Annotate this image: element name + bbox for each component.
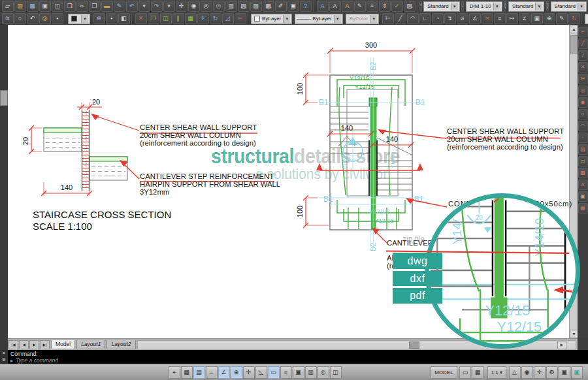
quick-dim-icon[interactable]: ≍ (482, 13, 493, 24)
angular-dim-icon[interactable]: ∠ (469, 13, 481, 24)
model-space-button[interactable]: MODEL (431, 366, 457, 379)
chevron-down-icon[interactable]: ▾ (334, 15, 341, 23)
dyn-input-icon[interactable]: ▭ (268, 366, 280, 379)
break-tool-icon[interactable]: ✂ (578, 74, 588, 84)
ducs-icon[interactable]: ◺ (255, 366, 267, 379)
linear-dim-icon[interactable]: ⊢ (382, 13, 394, 24)
layer-states-icon[interactable]: ○ (14, 13, 26, 24)
prev-tab-icon[interactable]: ◀ (19, 340, 29, 349)
zoom-previous-icon[interactable]: ◎ (213, 1, 225, 12)
erase-tool-icon[interactable]: ✕ (578, 62, 588, 72)
layer-properties-icon[interactable]: ≋ (2, 13, 14, 24)
scale-icon[interactable]: ◿ (222, 13, 234, 24)
zoom-realtime-icon[interactable]: ◉ (188, 1, 200, 12)
dim-style-combo[interactable]: DIM 1-10 ▾ (466, 1, 502, 12)
markup-icon[interactable]: ✐ (275, 1, 287, 12)
horizontal-scroll-thumb[interactable] (409, 341, 419, 349)
table-style-picker-icon[interactable]: ❏ (504, 1, 506, 12)
polyline-tool-icon[interactable]: / (578, 50, 588, 61)
toolbar-lock-icon[interactable]: ▣ (559, 366, 570, 379)
arc-length-dim-icon[interactable]: ◠ (407, 13, 419, 24)
cut-icon[interactable]: ✂ (76, 1, 88, 12)
pdf-download-button[interactable]: pdf (393, 288, 442, 304)
radius-dim-icon[interactable]: ◔ (432, 13, 444, 24)
center-mark-icon[interactable]: ⊕ (544, 13, 555, 24)
chevron-down-icon[interactable]: ▾ (283, 15, 290, 23)
polar-icon[interactable]: ∠ (218, 366, 230, 379)
offset-tool-icon[interactable]: ⌐ (578, 27, 588, 37)
ortho-icon[interactable]: ∟ (206, 366, 218, 379)
circle-tool-icon[interactable]: ◎ (578, 86, 588, 96)
zoom-window-icon[interactable]: ◎ (201, 1, 212, 12)
plot-icon[interactable]: ▣ (39, 1, 51, 12)
copy-object-icon[interactable]: ❐ (148, 13, 159, 24)
hatch-tool-icon[interactable]: ▨ (578, 144, 588, 155)
lineweight-display-icon[interactable]: ≡ (280, 366, 292, 379)
ellipse-tool-icon[interactable]: ○ (578, 109, 588, 119)
text-style-combo[interactable]: Standard ▾ (423, 1, 459, 12)
array-icon[interactable]: ▦ (185, 13, 197, 24)
text-style-picker-icon[interactable]: ✎ (419, 1, 422, 12)
erase-icon[interactable]: ✕ (135, 13, 147, 24)
diameter-dim-icon[interactable]: ⌀ (457, 13, 468, 24)
move-icon[interactable]: ✛ (197, 13, 209, 24)
mirror-icon[interactable]: ◫ (160, 13, 172, 24)
table-style-combo[interactable]: Standard ▾ (508, 1, 544, 12)
color-combo[interactable]: ByLayer ▾ (251, 14, 292, 24)
layer-combo[interactable]: ▾ (68, 14, 90, 24)
properties-icon[interactable]: ▥ (225, 1, 237, 12)
text-style-icon[interactable]: A (317, 1, 329, 12)
chevron-down-icon[interactable]: ▾ (370, 15, 377, 23)
save-icon[interactable]: ▦ (27, 1, 39, 12)
dwg-download-button[interactable]: dwg (393, 253, 442, 269)
quick-properties-icon[interactable]: ▥ (305, 366, 317, 379)
pan-icon[interactable]: ✛ (176, 1, 188, 12)
next-tab-icon[interactable]: ▶ (29, 340, 39, 349)
customize-icon[interactable]: ⚙ (2, 356, 6, 363)
line-tool-icon[interactable]: ╱ (578, 39, 588, 49)
first-tab-icon[interactable]: |◀ (8, 340, 18, 349)
quick-view-layouts-icon[interactable]: ▭ (459, 366, 471, 379)
make-object-layer-icon[interactable]: ▪ (52, 13, 63, 24)
redo-icon[interactable]: ↷ (151, 1, 163, 12)
dim-break-icon[interactable]: ≠ (519, 13, 531, 24)
copy-icon[interactable]: ❐ (89, 1, 101, 12)
osnap-icon[interactable]: ⊕ (231, 366, 242, 379)
layer-isolate-icon[interactable]: ◧ (118, 13, 130, 24)
undo-icon[interactable]: ↶ (126, 1, 138, 12)
annotation-visibility-icon[interactable]: ◉ (521, 366, 533, 379)
lineweight-combo[interactable]: ByColor ▾ (346, 14, 379, 24)
annotation-scale-icon[interactable]: △ (509, 366, 521, 379)
offset-icon[interactable]: ∥ (172, 13, 184, 24)
spell-check-icon[interactable]: ✓ (391, 1, 403, 12)
chevron-down-icon[interactable]: ▾ (578, 3, 585, 10)
tolerance-icon[interactable]: ▣ (531, 13, 543, 24)
rotate-icon[interactable]: ↻ (210, 13, 221, 24)
otrack-icon[interactable]: ✛ (243, 366, 255, 379)
redo-dropdown-icon[interactable]: ▾ (163, 1, 175, 12)
open-icon[interactable]: ▤ (14, 1, 26, 12)
chevron-down-icon[interactable]: ▾ (81, 15, 88, 23)
selection-cycling-icon[interactable]: ◎ (318, 366, 329, 379)
mleader-style-picker-icon[interactable]: ❏ (546, 1, 549, 12)
plot-preview-icon[interactable]: ◫ (52, 1, 63, 12)
quick-calc-icon[interactable]: ▣ (287, 1, 299, 12)
aligned-dim-icon[interactable]: ╱ (395, 13, 406, 24)
tab-layout1[interactable]: Layout1 (76, 340, 105, 349)
text-height-icon[interactable]: ⇕ (379, 1, 391, 12)
arc-tool-icon[interactable]: ◠ (578, 121, 588, 131)
trim-icon[interactable]: ✂ (235, 13, 246, 24)
paste-icon[interactable]: ▬ (101, 1, 113, 12)
text-tool-icon[interactable]: A (578, 180, 588, 190)
dim-style-picker-icon[interactable]: ✐ (461, 1, 464, 12)
tool-palettes-icon[interactable]: ▨ (250, 1, 262, 12)
match-properties-icon[interactable]: ✎ (114, 1, 125, 12)
command-window[interactable]: ✕ ⚙ Command: ▸Type a command (0, 350, 588, 364)
grid-icon[interactable]: ▤ (193, 366, 205, 379)
last-tab-icon[interactable]: ▶| (40, 340, 50, 349)
layer-on-icon[interactable]: ◎ (39, 13, 51, 24)
jogged-dim-icon[interactable]: ↯ (444, 13, 456, 24)
drawing-canvas[interactable]: structuraldetails store e solutions by c… (8, 25, 569, 338)
transparency-icon[interactable]: ▣ (293, 366, 304, 379)
multiline-text-icon[interactable]: A (342, 1, 353, 12)
